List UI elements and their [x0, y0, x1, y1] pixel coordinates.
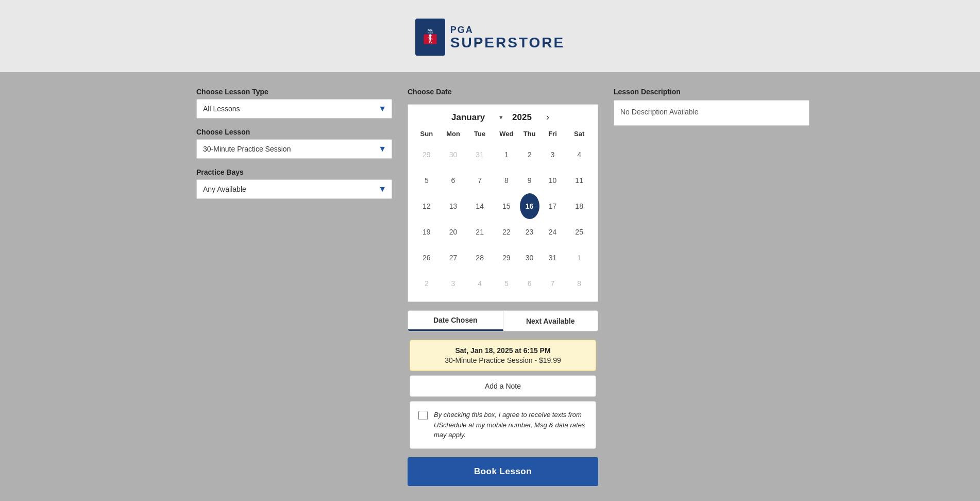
- tab-next-available[interactable]: Next Available: [503, 311, 598, 331]
- svg-point-4: [429, 35, 431, 37]
- center-panel: Choose Date January February March ▾ 202…: [408, 88, 598, 486]
- agree-text: By checking this box, I agree to receive…: [434, 410, 587, 440]
- tab-date-chosen[interactable]: Date Chosen: [408, 311, 503, 331]
- slot-title: Sat, Jan 18, 2025 at 6:15 PM: [418, 346, 587, 355]
- calendar-container: January February March ▾ 2025 › Sun Mon: [408, 104, 598, 302]
- superstore-label: SUPERSTORE: [450, 36, 565, 50]
- agree-checkbox[interactable]: [418, 411, 428, 420]
- calendar-day[interactable]: 10: [539, 168, 566, 193]
- calendar-day[interactable]: 9: [520, 168, 539, 193]
- calendar-row: 5 6 7 8 9 10 11: [413, 168, 593, 193]
- calendar-day[interactable]: 23: [520, 219, 539, 245]
- slots-wrapper: Sat, Jan 18, 2025 at 6:15 PM 30-Minute P…: [408, 340, 598, 449]
- lesson-type-group: Choose Lesson Type All Lessons Group Les…: [196, 88, 392, 119]
- calendar-day[interactable]: 2: [413, 271, 440, 296]
- month-select[interactable]: January February March: [451, 112, 498, 122]
- calendar-day[interactable]: 18: [566, 193, 593, 219]
- calendar-day[interactable]: 20: [440, 219, 467, 245]
- calendar-day[interactable]: 5: [413, 168, 440, 193]
- calendar-day[interactable]: 11: [566, 168, 593, 193]
- calendar-row: 12 13 14 15 16 17 18: [413, 193, 593, 219]
- day-header-wed: Wed: [493, 128, 520, 142]
- svg-text:TOUR: TOUR: [428, 32, 433, 34]
- lesson-select-wrapper[interactable]: 30-Minute Practice Session 60-Minute Pra…: [196, 139, 392, 159]
- left-panel: Choose Lesson Type All Lessons Group Les…: [196, 88, 392, 199]
- calendar-day[interactable]: 15: [493, 193, 520, 219]
- lesson-label: Choose Lesson: [196, 128, 392, 136]
- calendar-day[interactable]: 4: [566, 142, 593, 168]
- practice-bays-label: Practice Bays: [196, 168, 392, 176]
- calendar-day[interactable]: 3: [440, 271, 467, 296]
- lesson-group: Choose Lesson 30-Minute Practice Session…: [196, 128, 392, 159]
- calendar-row: 19 20 21 22 23 24 25: [413, 219, 593, 245]
- calendar-day[interactable]: 30: [440, 142, 467, 168]
- calendar-day[interactable]: 1: [566, 245, 593, 271]
- calendar-day[interactable]: 5: [493, 271, 520, 296]
- calendar-day[interactable]: 26: [413, 245, 440, 271]
- calendar-day-selected[interactable]: 16: [520, 193, 539, 219]
- calendar-day[interactable]: 3: [539, 142, 566, 168]
- lesson-type-select[interactable]: All Lessons Group Lessons Private Lesson…: [197, 99, 392, 118]
- day-header-sat: Sat: [566, 128, 593, 142]
- calendar-day[interactable]: 12: [413, 193, 440, 219]
- lesson-description-label: Lesson Description: [614, 88, 809, 96]
- lesson-type-select-wrapper[interactable]: All Lessons Group Lessons Private Lesson…: [196, 99, 392, 119]
- calendar-day[interactable]: 31: [466, 142, 493, 168]
- pga-tour-label: PGA: [450, 25, 565, 36]
- day-header-mon: Mon: [440, 128, 467, 142]
- calendar-row: 29 30 31 1 2 3 4: [413, 142, 593, 168]
- logo-container: PGA TOUR PGA SUPERSTORE: [415, 19, 565, 56]
- svg-text:PGA: PGA: [428, 29, 433, 32]
- calendar-day[interactable]: 13: [440, 193, 467, 219]
- logo-title: PGA SUPERSTORE: [450, 25, 565, 50]
- right-panel: Lesson Description No Description Availa…: [614, 88, 809, 126]
- calendar-day[interactable]: 19: [413, 219, 440, 245]
- day-header-thu: Thu: [520, 128, 539, 142]
- calendar-day[interactable]: 27: [440, 245, 467, 271]
- month-select-wrapper[interactable]: January February March ▾: [451, 112, 503, 122]
- day-header-sun: Sun: [413, 128, 440, 142]
- calendar-day[interactable]: 28: [466, 245, 493, 271]
- calendar-day[interactable]: 29: [493, 245, 520, 271]
- calendar-next-button[interactable]: ›: [541, 112, 554, 123]
- slot-card[interactable]: Sat, Jan 18, 2025 at 6:15 PM 30-Minute P…: [410, 340, 596, 371]
- day-header-tue: Tue: [466, 128, 493, 142]
- month-arrow-icon: ▾: [499, 113, 503, 121]
- practice-bays-group: Practice Bays Any Available Bay 1 Bay 2 …: [196, 168, 392, 199]
- calendar-grid: Sun Mon Tue Wed Thu Fri Sat 29: [413, 128, 593, 296]
- calendar-table-wrapper: Sun Mon Tue Wed Thu Fri Sat 29: [408, 128, 598, 298]
- choose-date-label: Choose Date: [408, 88, 598, 96]
- agree-box: By checking this box, I agree to receive…: [410, 401, 596, 449]
- main-content: Choose Lesson Type All Lessons Group Les…: [186, 72, 794, 501]
- calendar-day[interactable]: 14: [466, 193, 493, 219]
- calendar-day[interactable]: 22: [493, 219, 520, 245]
- practice-bays-select[interactable]: Any Available Bay 1 Bay 2 Bay 3: [197, 180, 392, 198]
- day-header-fri: Fri: [539, 128, 566, 142]
- book-lesson-button[interactable]: Book Lesson: [408, 457, 598, 486]
- calendar-day[interactable]: 8: [493, 168, 520, 193]
- calendar-day[interactable]: 17: [539, 193, 566, 219]
- lesson-description-box: No Description Available: [614, 100, 809, 126]
- calendar-day[interactable]: 21: [466, 219, 493, 245]
- calendar-day[interactable]: 30: [520, 245, 539, 271]
- calendar-day[interactable]: 29: [413, 142, 440, 168]
- pga-logo-icon: PGA TOUR: [415, 19, 445, 56]
- calendar-weekday-header-row: Sun Mon Tue Wed Thu Fri Sat: [413, 128, 593, 142]
- calendar-day[interactable]: 6: [440, 168, 467, 193]
- lesson-type-label: Choose Lesson Type: [196, 88, 392, 96]
- calendar-day[interactable]: 24: [539, 219, 566, 245]
- calendar-day[interactable]: 31: [539, 245, 566, 271]
- slot-description: 30-Minute Practice Session - $19.99: [418, 356, 587, 364]
- calendar-day[interactable]: 2: [520, 142, 539, 168]
- calendar-day[interactable]: 4: [466, 271, 493, 296]
- lesson-select[interactable]: 30-Minute Practice Session 60-Minute Pra…: [197, 140, 392, 158]
- calendar-day[interactable]: 1: [493, 142, 520, 168]
- tabs-row: Date Chosen Next Available: [408, 310, 598, 331]
- calendar-day[interactable]: 7: [466, 168, 493, 193]
- add-note-button[interactable]: Add a Note: [410, 375, 596, 397]
- calendar-day[interactable]: 25: [566, 219, 593, 245]
- calendar-day[interactable]: 7: [539, 271, 566, 296]
- calendar-day[interactable]: 6: [520, 271, 539, 296]
- calendar-day[interactable]: 8: [566, 271, 593, 296]
- practice-bays-select-wrapper[interactable]: Any Available Bay 1 Bay 2 Bay 3 ▼: [196, 179, 392, 199]
